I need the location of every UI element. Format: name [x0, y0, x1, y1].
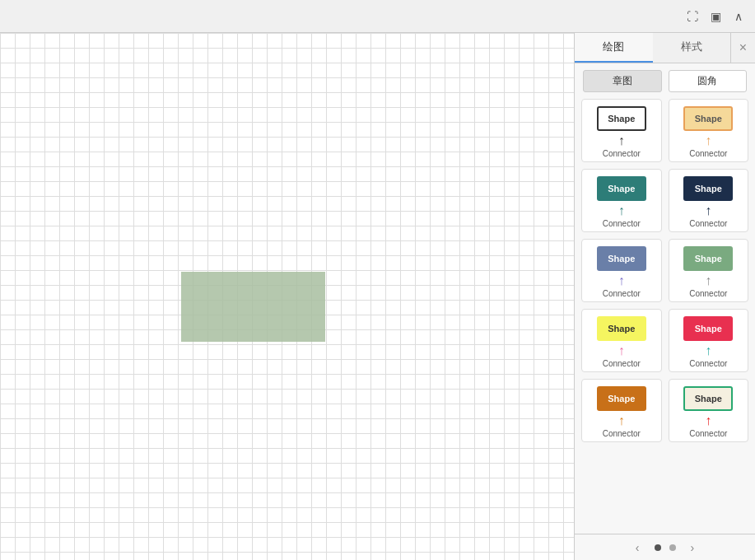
connector-label-7: Connector — [603, 359, 641, 368]
connector-label-6: Connector — [689, 289, 727, 298]
style-card-3[interactable]: Shape ↑ Connector — [581, 169, 662, 232]
page-dot-1[interactable] — [655, 544, 661, 551]
connector-label-8: Connector — [689, 359, 727, 368]
sub-tab-chapter[interactable]: 章图 — [583, 70, 662, 92]
expand-icon[interactable]: ⛶ — [684, 8, 701, 25]
collapse-icon[interactable]: ∧ — [730, 8, 747, 25]
canvas-grid — [0, 33, 574, 560]
style-card-8[interactable]: Shape ↑ Connector — [669, 309, 749, 372]
canvas-shape[interactable] — [181, 272, 325, 342]
style-list: Shape ↑ Connector Shape ↑ Connector Shap… — [575, 99, 755, 534]
connector-label-3: Connector — [603, 219, 641, 228]
prev-page-button[interactable]: ‹ — [629, 541, 646, 554]
connector-label-2: Connector — [689, 149, 727, 158]
panel-close-button[interactable]: × — [730, 33, 755, 63]
tab-style[interactable]: 样式 — [653, 33, 731, 63]
arrow-10: ↑ — [705, 414, 711, 427]
next-page-button[interactable]: › — [684, 541, 701, 554]
panel-footer: ‹ › — [575, 534, 755, 560]
style-card-10[interactable]: Shape ↑ Connector — [669, 379, 749, 442]
arrow-8: ↑ — [705, 344, 711, 357]
shape-box-10: Shape — [683, 386, 733, 411]
arrow-7: ↑ — [618, 344, 625, 357]
arrow-1: ↑ — [618, 134, 625, 147]
shape-box-9: Shape — [597, 386, 646, 411]
style-card-1[interactable]: Shape ↑ Connector — [581, 99, 662, 162]
window-icon[interactable]: ▣ — [707, 8, 724, 25]
arrow-5: ↑ — [618, 274, 625, 287]
arrow-3: ↑ — [618, 204, 625, 217]
toolbar: ⛶ ▣ ∧ — [0, 0, 755, 33]
arrow-9: ↑ — [618, 414, 625, 427]
style-card-4[interactable]: Shape ↑ Connector — [669, 169, 749, 232]
canvas-area[interactable] — [0, 33, 574, 560]
shape-box-2: Shape — [683, 106, 733, 131]
shape-box-4: Shape — [683, 176, 733, 201]
connector-label-9: Connector — [603, 429, 641, 438]
connector-label-4: Connector — [689, 219, 727, 228]
panel-tabs: 绘图 样式 × — [575, 33, 755, 63]
style-card-5[interactable]: Shape ↑ Connector — [581, 239, 662, 302]
style-card-6[interactable]: Shape ↑ Connector — [669, 239, 749, 302]
sub-tab-rounded[interactable]: 圆角 — [669, 70, 748, 92]
shape-box-1: Shape — [597, 106, 646, 131]
shape-box-7: Shape — [597, 316, 646, 341]
style-card-9[interactable]: Shape ↑ Connector — [581, 379, 662, 442]
arrow-6: ↑ — [705, 274, 711, 287]
shape-box-3: Shape — [597, 176, 646, 201]
sub-tabs: 章图 圆角 — [575, 63, 755, 99]
style-card-7[interactable]: Shape ↑ Connector — [581, 309, 662, 372]
connector-label-1: Connector — [603, 149, 641, 158]
right-panel: 绘图 样式 × 章图 圆角 Shape ↑ Connector Shape — [574, 33, 755, 560]
arrow-4: ↑ — [705, 204, 711, 217]
shape-box-8: Shape — [683, 316, 733, 341]
arrow-2: ↑ — [705, 134, 711, 147]
connector-label-10: Connector — [689, 429, 727, 438]
shape-box-6: Shape — [683, 246, 733, 271]
main-area: 绘图 样式 × 章图 圆角 Shape ↑ Connector Shape — [0, 33, 755, 560]
style-card-2[interactable]: Shape ↑ Connector — [669, 99, 749, 162]
page-dot-2[interactable] — [669, 544, 676, 551]
connector-label-5: Connector — [603, 289, 641, 298]
tab-drawing[interactable]: 绘图 — [575, 33, 653, 63]
shape-box-5: Shape — [597, 246, 646, 271]
